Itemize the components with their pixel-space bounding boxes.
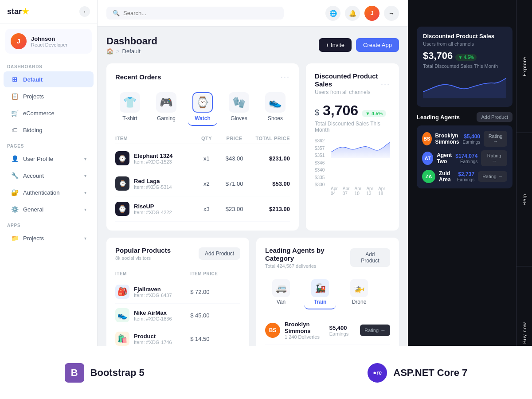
sidebar-item-bidding[interactable]: 🏷 Bidding (4, 122, 94, 138)
sidebar-item-user-profile[interactable]: 👤 User Profile ▾ (4, 151, 94, 167)
sidebar-item-account[interactable]: 🔧 Account ▾ (4, 168, 94, 184)
tshirt-tab-icon: 👕 (120, 92, 140, 113)
recent-orders-header: Recent Orders ··· (115, 72, 290, 82)
chart-x-label: Apr 18 (378, 186, 390, 196)
order-total: $53.00 (250, 180, 290, 187)
search-bar[interactable]: 🔍 (106, 7, 284, 20)
sidebar-item-projects-app[interactable]: 📁 Projects ▾ (4, 230, 94, 246)
chart-x-label: Apr 07 (343, 186, 355, 196)
agent-earnings-dark: $2,737 (457, 171, 474, 177)
notification-icon[interactable]: 🔔 (345, 6, 360, 21)
sidebar-item-projects[interactable]: 📋 Projects (4, 88, 94, 104)
tab-drone[interactable]: 🚁 Drone (343, 276, 375, 309)
agent-earnings-dark: $5,400 (463, 133, 480, 140)
create-app-button[interactable]: Create App (356, 38, 399, 52)
tab-shoes[interactable]: 👟 Shoes (261, 89, 290, 126)
breadcrumb-row: Dashboard 🏠 > Default + Invite Create Ap… (106, 35, 399, 55)
search-icon: 🔍 (113, 10, 120, 16)
add-agent-product-button[interactable]: Add Product (350, 248, 390, 267)
dark-card-subtitle: Users from all channels (423, 41, 506, 47)
watch-tab-icon: ⌚ (192, 92, 213, 113)
home-icon[interactable]: 🏠 (106, 48, 113, 55)
more-options-icon[interactable]: ··· (381, 79, 390, 89)
topbar-right: 🌐 🔔 J → (325, 6, 399, 21)
globe-icon[interactable]: 🌐 (325, 6, 340, 21)
sidebar-item-general[interactable]: ⚙️ General ▾ (4, 201, 94, 217)
order-item-1: ⌚ Red Laga Item: #XDG-5314 (115, 176, 195, 191)
user-name: Johnson (31, 35, 67, 42)
tab-van[interactable]: 🚐 Van (265, 276, 297, 309)
tab-tshirt[interactable]: 👕 T-shirt (115, 89, 145, 126)
discounted-sales-title: Discounted Product Sales (315, 72, 378, 88)
gaming-tab-icon: 🎮 (156, 92, 176, 113)
explore-action[interactable]: Explore (516, 0, 532, 133)
chevron-down-icon: ▾ (84, 190, 86, 195)
chevron-down-icon: ▾ (84, 207, 86, 212)
agent-name-dark: Agent Two (437, 152, 452, 164)
general-icon: ⚙️ (11, 205, 19, 213)
recent-orders-card: Recent Orders ··· 👕 T-shirt 🎮 Gaming ⌚ W… (106, 63, 299, 231)
order-qty: x1 (195, 155, 219, 162)
table-row: ⌚ Elephant 1324 Item: #XDG-1523 x1 $43.0… (115, 146, 290, 171)
user-card[interactable]: J Johnson React Developer (5, 29, 92, 54)
col-item: ITEM (115, 136, 195, 141)
product-name: Product (134, 333, 172, 340)
recent-orders-title: Recent Orders (115, 73, 161, 81)
invite-button[interactable]: + Invite (319, 38, 352, 52)
rating-button[interactable]: Rating → (360, 325, 390, 336)
sidebar-item-label: eCommerce (23, 110, 55, 117)
earnings-label-dark: Earnings (457, 177, 474, 182)
sales-badge: ▼ 4.5% (362, 110, 386, 117)
right-panel: Explore Help Buy now Discounted Product … (408, 0, 532, 399)
chart-x-label: Apr 04 (331, 186, 343, 196)
add-product-button[interactable]: Add Product (199, 247, 240, 260)
chart-y-label: $357 (315, 146, 325, 151)
gaming-tab-label: Gaming (157, 115, 176, 121)
rating-button-dark[interactable]: Rating → (481, 150, 507, 166)
more-options-icon[interactable]: ··· (281, 72, 290, 82)
chevron-down-icon: ▾ (84, 236, 86, 241)
sidebar-item-authentication[interactable]: 🔐 Authentication ▾ (4, 184, 94, 200)
chart-x-label: Apr 13 (366, 186, 378, 196)
projects-icon: 📋 (11, 92, 19, 100)
watch-tab-label: Watch (195, 115, 211, 121)
sidebar-collapse-button[interactable]: ‹ (79, 6, 90, 17)
van-tab-label: Van (277, 299, 286, 305)
product-id: Item: #XDG-1746 (134, 340, 172, 345)
bootstrap-watermark: B Bootstrap 5 (98, 363, 145, 383)
col-item: ITEM (115, 271, 190, 276)
order-item-2: ⌚ RiseUP Item: #XDG-4222 (115, 202, 195, 216)
discounted-sales-card: Discounted Product Sales Users from all … (306, 63, 399, 231)
agent-earnings: $5,400 (329, 325, 348, 331)
agent-row-dark: BS Brooklyn Simmons $5,400 Earnings Rati… (417, 125, 512, 188)
col-price: PRICE (219, 136, 250, 141)
sidebar-item-label: Account (23, 172, 44, 179)
dark-currency: $ (423, 50, 428, 61)
tab-gloves[interactable]: 🧤 Gloves (224, 89, 254, 126)
buy-now-label: Buy now (522, 322, 527, 344)
tab-train[interactable]: 🚂 Train (304, 276, 336, 309)
content-area: Dashboard 🏠 > Default + Invite Create Ap… (98, 27, 408, 399)
sidebar-item-ecommerce[interactable]: 🛒 eCommerce (4, 105, 94, 121)
rating-button-dark[interactable]: Rating → (484, 131, 507, 147)
watermark-overlay: B Bootstrap 5 ●re ASP.NET Core 7 (98, 346, 408, 399)
topbar-avatar[interactable]: J (364, 6, 379, 21)
main-area: 🔍 🌐 🔔 J → Dashboard 🏠 > Default + Invite… (98, 0, 408, 399)
order-price: $23.00 (219, 206, 250, 212)
product-price: $ 45.00 (190, 312, 240, 319)
sidebar-item-label: Default (23, 76, 43, 83)
order-item-img: ⌚ (115, 176, 129, 191)
tab-gaming[interactable]: 🎮 Gaming (152, 89, 181, 126)
order-item-name: Red Laga (134, 178, 172, 184)
rating-button-dark[interactable]: Rating → (478, 171, 507, 182)
tab-watch[interactable]: ⌚ Watch (188, 89, 217, 126)
arrow-right-icon[interactable]: → (384, 6, 399, 21)
help-action[interactable]: Help (516, 133, 532, 266)
agent-avatar: BS (265, 323, 280, 338)
dashboards-section-label: DASHBOARDS (0, 59, 97, 71)
search-input[interactable] (123, 10, 278, 16)
order-item-0: ⌚ Elephant 1324 Item: #XDG-1523 (115, 151, 195, 165)
add-agent-btn[interactable]: Add Product (477, 112, 512, 122)
sidebar-item-default[interactable]: ⊞ Default (4, 71, 94, 87)
chart-x-label: Apr 10 (355, 186, 367, 196)
